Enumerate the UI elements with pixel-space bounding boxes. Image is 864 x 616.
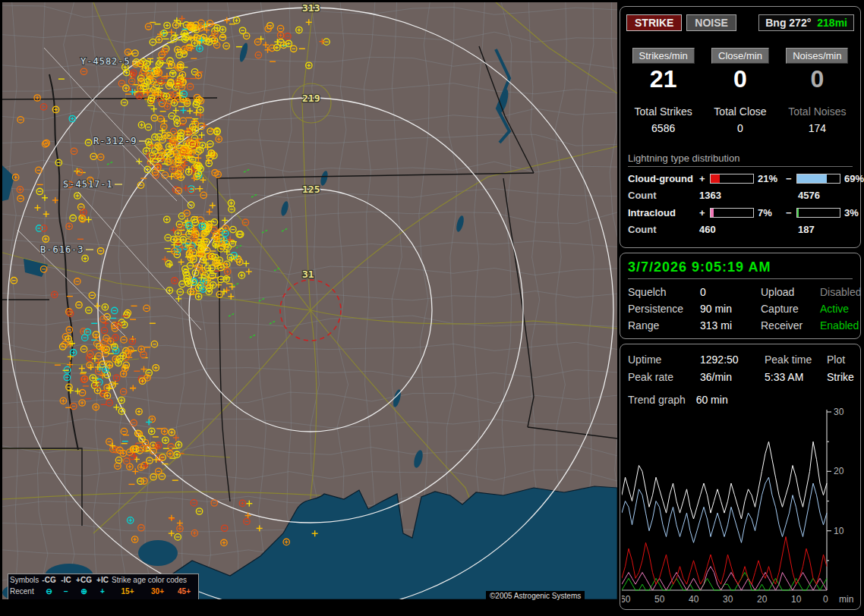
rate-columns: Strikes/min21Total Strikes6586Close/min0… — [625, 48, 856, 134]
copyright: ©2005 Astrogenic Systems — [486, 591, 585, 601]
minus-bar — [796, 208, 840, 218]
rate-value: 0 — [702, 65, 778, 93]
trend-xtick: 30 — [723, 594, 733, 605]
plus-bar — [710, 208, 754, 218]
plus-bar — [710, 174, 754, 184]
map-canvas[interactable]: Y-4582-5R-312-9S-4517-1B-616-33132191253… — [2, 2, 617, 599]
minus-bar — [796, 174, 840, 184]
total-value: 174 — [779, 122, 856, 134]
total-value: 6586 — [625, 122, 702, 134]
legend-symbols-header: Symbols — [10, 574, 40, 586]
neg-ic-recent-icon: − — [58, 586, 74, 597]
legend-age-title: Strike age color codes — [112, 574, 197, 586]
legend-recent-label: Recent — [10, 586, 40, 597]
uptime-label: Peak rate — [628, 371, 700, 383]
trend-xtick: 60 — [622, 594, 631, 605]
range-ring-label: 313 — [302, 2, 320, 14]
status-label: Receiver — [761, 319, 820, 332]
dist-name: Cloud-ground — [628, 173, 699, 184]
minus-sign: − — [786, 173, 796, 184]
status-value: 313 mi — [700, 319, 761, 332]
dist-name: Intracloud — [628, 207, 699, 218]
status-label: Upload — [761, 286, 820, 298]
total-value: 0 — [702, 122, 778, 134]
legend-col-nic: -IC — [58, 574, 74, 586]
plus-count: 1363 — [699, 190, 798, 201]
count-label: Count — [628, 190, 699, 201]
distribution-title: Lightning type distribution — [628, 152, 853, 167]
age-code-45: 45+ — [172, 586, 197, 597]
minus-sign: − — [786, 207, 796, 218]
total-label: Total Noises — [779, 105, 856, 118]
uptime-grid: Uptime1292:50Peak timePlotPeak rate36/mi… — [628, 354, 853, 383]
legend-col-ncg: -CG — [40, 574, 58, 586]
status-label: Range — [628, 319, 700, 332]
plus-count: 460 — [699, 224, 798, 235]
trend-graph-window: 60 min — [696, 394, 728, 406]
noise-toggle-button[interactable]: NOISE — [686, 14, 736, 31]
distribution-rows: Cloud-ground+21%−69%Count13634576Intracl… — [620, 173, 860, 235]
age-code-75: 75+ — [143, 597, 172, 599]
rate-label-button[interactable]: Noises/min — [786, 48, 848, 64]
status-label: Capture — [761, 303, 820, 315]
trend-graph: 1020306050403020100min — [622, 408, 859, 607]
rate-column-0: Strikes/min21Total Strikes6586 — [625, 48, 702, 134]
age-code-30: 30+ — [143, 586, 172, 597]
neg-cg-recent-icon: ⊖ — [40, 586, 58, 597]
count-row: Count460187 — [628, 224, 853, 235]
status-state: Disabled — [820, 286, 864, 298]
trend-ytick: 10 — [834, 526, 844, 536]
age-code-90: 90+ — [172, 597, 197, 599]
bearing-readout: Bng 272°218mi — [758, 14, 854, 31]
status-value: 90 min — [700, 303, 761, 315]
trend-graph-label: Trend graph — [628, 394, 686, 406]
legend-old-label: Old — [10, 597, 40, 599]
range-ring-label: 31 — [302, 269, 314, 280]
range-ring-label: 125 — [302, 184, 320, 195]
storm-cell-label: Y-4582-5 — [80, 56, 131, 67]
status-label: Persistence — [628, 303, 700, 315]
pos-cg-old-icon: ⊕ — [74, 597, 93, 599]
pos-ic-old-icon: + — [93, 597, 112, 599]
pos-ic-recent-icon: + — [93, 586, 112, 597]
plus-pct: 21% — [754, 173, 786, 184]
bearing-value: Bng 272° — [765, 17, 811, 29]
peak-cell: 5:33 AM — [765, 371, 827, 383]
distribution-row: Cloud-ground+21%−69% — [628, 173, 853, 184]
storm-map[interactable]: Y-4582-5R-312-9S-4517-1B-616-33132191253… — [2, 2, 617, 599]
rate-label-button[interactable]: Close/min — [711, 48, 769, 64]
datetime-display: 3/7/2026 9:05:19 AM — [628, 259, 853, 279]
rate-value: 0 — [779, 65, 856, 93]
trend-xtick: 40 — [689, 594, 699, 605]
minus-count: 187 — [798, 224, 864, 235]
status-panel: 3/7/2026 9:05:19 AM Squelch0UploadDisabl… — [620, 253, 861, 339]
plus-sign: + — [699, 207, 710, 218]
bearing-range: 218mi — [817, 17, 847, 29]
plot-cell: Strike — [827, 371, 864, 383]
strike-toggle-button[interactable]: STRIKE — [626, 14, 682, 31]
trend-ytick: 20 — [834, 466, 844, 476]
status-state: Enabled — [820, 319, 864, 332]
status-value: 0 — [700, 286, 761, 298]
storm-cell-label: B-616-3 — [40, 244, 84, 255]
storm-cell-label: S-4517-1 — [63, 179, 113, 190]
minus-pct: 3% — [840, 207, 864, 218]
plus-sign: + — [699, 173, 710, 184]
neg-ic-old-icon: − — [58, 597, 74, 599]
uptime-value: 1292:50 — [700, 354, 765, 366]
trend-xtick: 10 — [791, 594, 802, 605]
rate-value: 21 — [625, 65, 702, 93]
count-row: Count13634576 — [628, 190, 853, 201]
plot-cell: Plot — [827, 354, 864, 366]
rate-label-button[interactable]: Strikes/min — [632, 48, 695, 64]
age-code-60: 60+ — [112, 597, 143, 599]
status-grid: Squelch0UploadDisabledPersistence90 minC… — [628, 286, 853, 332]
trend-x-unit: min — [839, 594, 853, 605]
map-legend: Symbols -CG -IC +CG +IC Strike age color… — [8, 574, 199, 599]
status-state: Active — [820, 303, 864, 315]
range-ring-label: 219 — [302, 93, 320, 104]
legend-col-pic: +IC — [93, 574, 112, 586]
uptime-value: 36/min — [700, 371, 765, 383]
trend-xtick: 50 — [654, 594, 665, 605]
total-label: Total Close — [702, 105, 778, 118]
